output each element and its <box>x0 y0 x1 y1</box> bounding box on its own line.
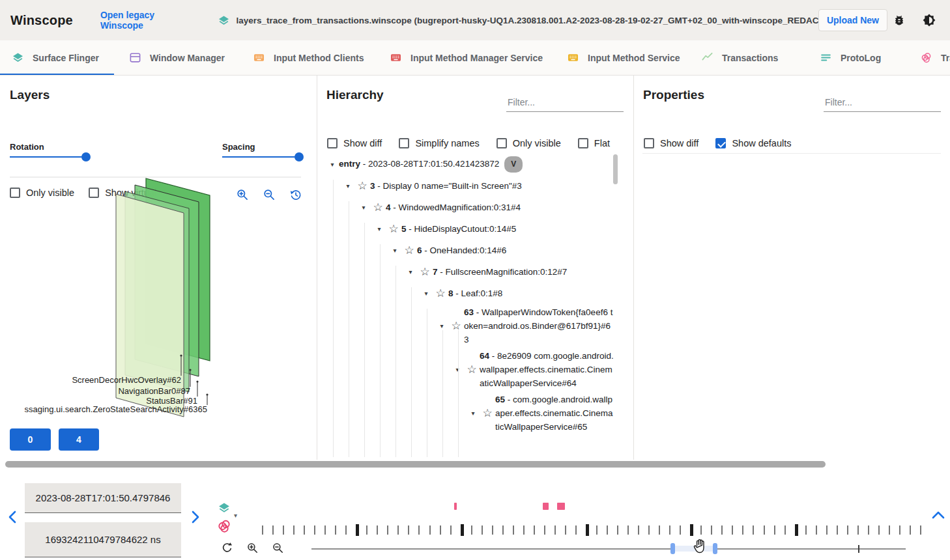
collapse-arrow-icon[interactable]: ▾ <box>373 225 386 232</box>
transition-marker[interactable] <box>454 503 457 510</box>
collapse-arrow-icon[interactable]: ▾ <box>451 366 464 373</box>
theme-toggle-icon[interactable] <box>923 14 936 27</box>
properties-checkbox-show-diff[interactable]: Show diff <box>644 138 698 148</box>
tab-transactions[interactable]: Transactions <box>701 40 778 75</box>
hierarchy-checkbox-flat[interactable]: Flat <box>578 138 610 148</box>
upload-new-button[interactable]: Upload New <box>818 9 887 31</box>
timeline-entry-tick <box>471 525 472 535</box>
range-handle-right[interactable] <box>713 543 717 554</box>
tab-transitions[interactable]: Transitions <box>920 40 950 75</box>
trace-selector-caret-icon[interactable]: ▾ <box>234 512 237 519</box>
pin-star-icon[interactable]: ☆ <box>401 244 417 257</box>
properties-divider <box>642 153 941 154</box>
checkbox-unchecked-icon[interactable] <box>578 138 588 148</box>
checkbox-unchecked-icon[interactable] <box>399 138 409 148</box>
tab-protolog[interactable]: ProtoLog <box>820 40 881 75</box>
hierarchy-checkbox-only-visible[interactable]: Only visible <box>497 138 561 148</box>
keyboard-icon <box>390 51 402 64</box>
timeline-footer: ▾ <box>0 469 950 560</box>
properties-checkbox-show-defaults[interactable]: Show defaults <box>715 138 791 148</box>
collapse-arrow-icon[interactable]: ▾ <box>326 161 339 168</box>
tab-label: Window Manager <box>150 53 225 63</box>
layers-panel: Layers Only visibleShow virtual Rotation… <box>0 76 317 460</box>
collapse-arrow-icon[interactable]: ▾ <box>435 322 448 329</box>
timeline-entry-tick <box>753 525 754 535</box>
bug-report-icon[interactable] <box>893 14 906 27</box>
layers-trace-icon[interactable] <box>218 501 231 514</box>
checkbox-label: Flat <box>594 138 610 148</box>
timeline-entry-tick <box>732 525 733 535</box>
checkbox-unchecked-icon[interactable] <box>497 138 507 148</box>
transition-marker[interactable] <box>557 503 565 510</box>
pin-star-icon[interactable]: ☆ <box>386 222 401 236</box>
checkbox-unchecked-icon[interactable] <box>644 138 654 148</box>
layer-id-button-4[interactable]: 4 <box>59 428 99 451</box>
tree-indent-guide <box>380 244 381 457</box>
tab-window-manager[interactable]: Window Manager <box>129 40 225 75</box>
collapse-arrow-icon[interactable]: ▾ <box>420 290 433 297</box>
keyboard-icon <box>253 51 265 64</box>
hierarchy-scrollbar-thumb[interactable] <box>613 154 618 184</box>
collapse-arrow-icon[interactable]: ▾ <box>404 268 417 275</box>
app-title: Winscope <box>10 13 73 28</box>
tree-node-4[interactable]: ▾☆4 - WindowedMagnification:0:31#4 <box>326 197 614 218</box>
range-handle-left[interactable] <box>670 543 675 554</box>
previous-entry-chevron-icon[interactable] <box>7 511 18 524</box>
tree-node-63[interactable]: ▾☆63 - WallpaperWindowToken{fa0eef6 toke… <box>326 304 614 348</box>
checkbox-unchecked-icon[interactable] <box>327 138 338 148</box>
pin-star-icon[interactable]: ☆ <box>480 406 495 420</box>
timeline-entry-tick <box>492 525 493 535</box>
tree-node-label: 7 - FullscreenMagnification:0:12#7 <box>433 265 614 279</box>
pin-star-icon[interactable]: ☆ <box>433 287 448 300</box>
timeline-entry-tick <box>847 525 848 535</box>
timeline-entry-tick <box>450 525 452 535</box>
layer-id-button-0[interactable]: 0 <box>10 428 51 451</box>
hierarchy-filter-input[interactable] <box>506 95 624 112</box>
timestamp-human-input[interactable] <box>25 492 181 503</box>
hierarchy-checkbox-simplify-names[interactable]: Simplify names <box>399 138 479 148</box>
next-entry-chevron-icon[interactable] <box>190 511 201 524</box>
tree-node-entry[interactable]: ▾entry - 2023-08-28T17:01:50.421423872V <box>326 154 614 175</box>
timeline-entry-tick-major <box>586 524 589 536</box>
timeline-range-track[interactable] <box>311 548 906 550</box>
pin-star-icon[interactable]: ☆ <box>464 363 480 376</box>
tab-surface-flinger[interactable]: Surface Flinger <box>12 40 99 75</box>
tree-node-3[interactable]: ▾☆3 - Display 0 name="Built-in Screen"#3 <box>326 175 614 197</box>
timeline-ticks-row[interactable] <box>262 524 920 536</box>
pin-star-icon[interactable]: ☆ <box>448 319 464 333</box>
properties-filter-input[interactable] <box>824 95 941 112</box>
collapse-arrow-icon[interactable]: ▾ <box>467 410 480 417</box>
timeline-entry-tick <box>387 525 388 535</box>
timeline-entry-tick <box>837 525 838 535</box>
tree-node-65[interactable]: ▾☆65 - com.google.android.wallpaper.effe… <box>326 391 614 435</box>
open-legacy-link[interactable]: Open legacy Winscope <box>100 10 195 31</box>
timeline-entry-tick <box>669 525 670 535</box>
checkbox-checked-icon[interactable] <box>715 138 726 148</box>
timeline-zoom-in-icon[interactable] <box>246 542 259 554</box>
tab-label: ProtoLog <box>841 53 881 63</box>
properties-panel: Properties Show diffShow defaults <box>633 76 950 460</box>
timestamp-ns-input[interactable] <box>25 534 181 545</box>
tab-input-method-clients[interactable]: Input Method Clients <box>253 40 364 75</box>
transition-marker[interactable] <box>543 503 549 510</box>
pin-star-icon[interactable]: ☆ <box>370 201 386 214</box>
pin-star-icon[interactable]: ☆ <box>354 179 370 193</box>
transitions-trace-icon[interactable] <box>216 518 232 534</box>
checkbox-label: Simplify names <box>415 138 479 148</box>
pin-star-icon[interactable]: ☆ <box>417 265 433 279</box>
horizontal-resize-bar[interactable] <box>5 461 826 468</box>
collapse-timeline-chevron-icon[interactable] <box>932 511 945 520</box>
tree-node-64[interactable]: ▾☆64 - 8e26909 com.google.android.wallpa… <box>326 348 614 391</box>
tab-input-method-manager-service[interactable]: Input Method Manager Service <box>390 40 543 75</box>
collapse-arrow-icon[interactable]: ▾ <box>388 247 401 254</box>
timeline-zoom-out-icon[interactable] <box>272 542 284 554</box>
collapse-arrow-icon[interactable]: ▾ <box>357 204 370 211</box>
refresh-icon[interactable] <box>221 542 233 554</box>
tree-node-8[interactable]: ▾☆8 - Leaf:0:1#8 <box>326 283 614 304</box>
tree-node-7[interactable]: ▾☆7 - FullscreenMagnification:0:12#7 <box>326 261 614 283</box>
hierarchy-checkbox-show-diff[interactable]: Show diff <box>327 138 382 148</box>
tab-input-method-service[interactable]: Input Method Service <box>567 40 680 75</box>
tree-node-6[interactable]: ▾☆6 - OneHanded:0:14#6 <box>326 240 614 261</box>
tree-node-5[interactable]: ▾☆5 - HideDisplayCutout:0:14#5 <box>326 218 614 240</box>
collapse-arrow-icon[interactable]: ▾ <box>341 182 354 189</box>
